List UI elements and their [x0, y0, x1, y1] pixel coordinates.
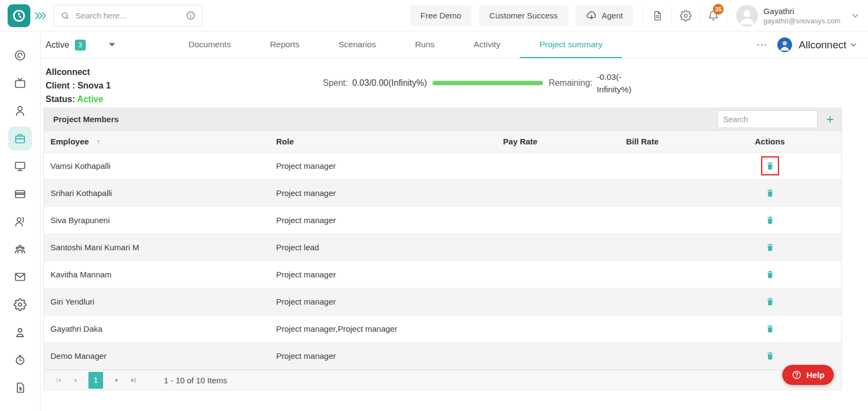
employee-cell: Gayathri Daka — [50, 324, 276, 333]
sidebar-item-timer[interactable] — [8, 43, 32, 67]
employee-cell: Siva Byrapuneni — [50, 216, 276, 225]
info-icon[interactable] — [186, 10, 196, 21]
delete-icon[interactable] — [765, 161, 775, 171]
tab-runs[interactable]: Runs — [395, 31, 454, 58]
clock-logo-icon — [11, 8, 27, 24]
notifications-button[interactable]: 35 — [699, 6, 727, 26]
credit-card-icon — [14, 187, 27, 200]
users-icon — [14, 215, 27, 228]
delete-icon[interactable] — [765, 215, 775, 225]
project-switcher[interactable]: Allconnect — [799, 39, 846, 51]
delete-action — [762, 239, 778, 256]
employee-cell: Santoshi Mani Kumari M — [50, 243, 276, 252]
project-name: Allconnect — [46, 65, 111, 79]
search-icon — [60, 11, 70, 21]
column-role[interactable]: Role — [276, 137, 461, 146]
delete-action — [762, 212, 778, 229]
documents-shortcut[interactable] — [643, 6, 671, 26]
employee-cell: Demo Manager — [50, 351, 276, 361]
monitor-icon — [14, 160, 27, 173]
alarm-icon — [14, 353, 27, 366]
global-search — [53, 5, 203, 27]
tab-reports[interactable]: Reports — [251, 31, 319, 58]
employee-cell: Vamsi Kothapalli — [50, 161, 276, 170]
notification-badge: 35 — [713, 4, 724, 15]
project-switcher-caret-icon[interactable] — [851, 43, 856, 47]
sidebar-item-credit-card[interactable] — [8, 182, 32, 206]
sidebar-item-alarm[interactable] — [8, 348, 32, 372]
sidebar-item-team[interactable] — [8, 237, 32, 261]
help-button[interactable]: Help — [782, 365, 834, 385]
sidebar-expand-icon[interactable] — [35, 11, 46, 20]
sidebar-item-briefcase[interactable] — [8, 127, 32, 150]
main-content: Active 3 DocumentsReportsScenariosRunsAc… — [41, 31, 868, 411]
tab-scenarios[interactable]: Scenarios — [319, 31, 395, 58]
invoice-icon: $ — [14, 381, 27, 394]
project-client: Client : Snova 1 — [46, 79, 111, 92]
last-page-button[interactable] — [125, 372, 141, 388]
first-page-button[interactable] — [50, 372, 67, 388]
next-page-button[interactable] — [108, 372, 125, 388]
user-menu-caret-icon[interactable] — [852, 14, 858, 18]
delete-icon[interactable] — [765, 269, 775, 280]
delete-icon[interactable] — [765, 351, 775, 361]
gear-icon — [680, 10, 692, 22]
filter-caret-icon — [108, 42, 116, 47]
sidebar-item-monitor[interactable] — [8, 154, 32, 178]
project-members-card: Project Members + Employee ↑ Role Pay Ra… — [43, 108, 842, 390]
customer-success-button[interactable]: Customer Success — [479, 5, 568, 26]
delete-icon[interactable] — [765, 242, 775, 252]
sidebar-item-users[interactable] — [8, 210, 32, 233]
previous-page-button[interactable] — [67, 372, 83, 388]
spent-label: Spent: — [323, 78, 348, 88]
topbar-icons: 35 — [643, 6, 727, 26]
tab-activity[interactable]: Activity — [454, 31, 520, 58]
actions-cell — [705, 156, 835, 175]
tab-project-summary[interactable]: Project summary — [520, 31, 622, 58]
team-icon — [14, 243, 27, 256]
project-info-section: Allconnect Client : Snova 1 Status: Acti… — [41, 59, 868, 108]
sidebar-item-user[interactable] — [8, 99, 32, 123]
budget-progress-fill — [432, 81, 543, 85]
delete-icon[interactable] — [765, 324, 775, 334]
role-cell: Project manager — [276, 351, 461, 361]
delete-action — [762, 320, 778, 337]
project-status: Status: Active — [46, 92, 111, 106]
tab-documents[interactable]: Documents — [169, 31, 250, 58]
user-icon — [14, 104, 27, 117]
status-filter-dropdown[interactable]: Active 3 — [46, 31, 116, 58]
column-bill-rate[interactable]: Bill Rate — [580, 137, 705, 146]
briefcase-icon — [14, 132, 27, 145]
delete-icon[interactable] — [765, 296, 775, 307]
add-member-button[interactable]: + — [826, 113, 834, 126]
column-pay-rate[interactable]: Pay Rate — [461, 137, 580, 146]
table-row: Siva Byrapuneni Project manager — [44, 207, 841, 234]
table-body: Vamsi Kothapalli Project manager Srihari… — [44, 153, 841, 370]
sidebar-item-tv[interactable] — [8, 71, 32, 95]
sort-ascending-icon[interactable]: ↑ — [97, 137, 100, 146]
sidebar-item-mail[interactable] — [8, 265, 32, 289]
app-logo[interactable] — [8, 4, 30, 27]
free-demo-button[interactable]: Free Demo — [410, 5, 471, 26]
sidebar-item-invoice[interactable]: $ — [8, 376, 32, 400]
sidebar-item-person[interactable] — [8, 320, 32, 344]
agent-button[interactable]: Agent — [576, 5, 633, 26]
members-search-input[interactable] — [717, 110, 818, 128]
column-employee[interactable]: Employee ↑ — [50, 137, 276, 146]
project-avatar[interactable] — [777, 37, 792, 52]
delete-icon[interactable] — [765, 188, 775, 198]
actions-cell — [705, 185, 835, 201]
actions-cell — [705, 239, 835, 256]
global-search-input[interactable] — [75, 11, 186, 20]
status-label: Status: — [46, 94, 75, 104]
help-label: Help — [806, 370, 825, 380]
project-nav-bar: Active 3 DocumentsReportsScenariosRunsAc… — [41, 31, 868, 59]
user-menu[interactable]: Gayathri gayathri@snovasys.com — [736, 5, 840, 27]
settings-shortcut[interactable] — [671, 6, 699, 26]
sidebar-item-gear[interactable] — [8, 293, 32, 317]
status-filter-label: Active — [46, 40, 69, 50]
more-options-button[interactable]: ... — [757, 37, 768, 53]
timer-icon — [14, 49, 27, 62]
agent-label: Agent — [602, 11, 623, 20]
current-page-button[interactable]: 1 — [88, 372, 103, 389]
